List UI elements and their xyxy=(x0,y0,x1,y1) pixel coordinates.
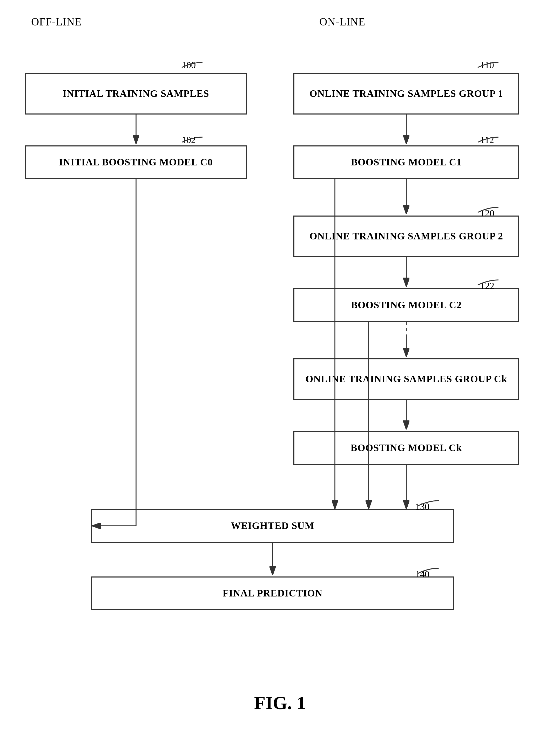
ref-130: 130 xyxy=(416,501,429,512)
ref-102: 102 xyxy=(182,134,196,145)
online-groupck-box: ONLINE TRAINING SAMPLES GROUP Ck xyxy=(293,358,519,400)
ref-122: 122 xyxy=(480,281,494,291)
ref-140: 140 xyxy=(416,569,429,580)
weighted-sum-box: WEIGHTED SUM xyxy=(91,509,454,543)
online-group2-box: ONLINE TRAINING SAMPLES GROUP 2 xyxy=(293,216,519,257)
initial-training-box: INITIAL TRAINING SAMPLES xyxy=(25,73,247,115)
initial-boosting-box: INITIAL BOOSTING MODEL C0 xyxy=(25,145,247,179)
ref-120: 120 xyxy=(480,208,494,219)
offline-label: OFF-LINE xyxy=(31,15,82,28)
boosting-ck-box: BOOSTING MODEL Ck xyxy=(293,431,519,465)
online-label: ON-LINE xyxy=(319,15,365,28)
figure-caption: FIG. 1 xyxy=(0,692,560,714)
ref-100: 100 xyxy=(182,60,196,71)
online-group1-box: ONLINE TRAINING SAMPLES GROUP 1 xyxy=(293,73,519,115)
final-prediction-box: FINAL PREDICTION xyxy=(91,577,454,610)
boosting-c2-box: BOOSTING MODEL C2 xyxy=(293,288,519,322)
ref-110: 110 xyxy=(480,60,494,71)
ref-112: 112 xyxy=(480,134,494,145)
boosting-c1-box: BOOSTING MODEL C1 xyxy=(293,145,519,179)
